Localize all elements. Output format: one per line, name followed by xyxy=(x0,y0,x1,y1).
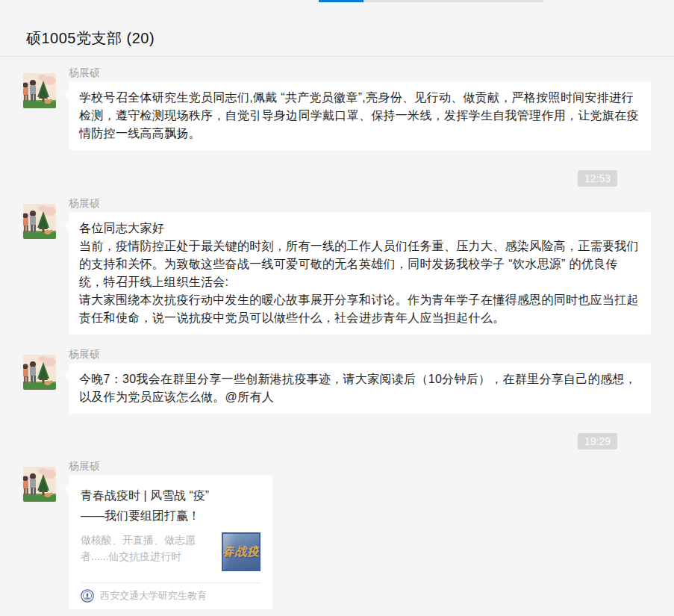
avatar[interactable] xyxy=(23,355,56,390)
avatar-illustration xyxy=(23,467,56,502)
article-thumbnail-text: 春战疫 xyxy=(222,544,260,560)
avatar-illustration xyxy=(23,204,56,239)
sender-name: 杨展硕 xyxy=(69,347,651,361)
chat-header: 硕1005党支部 (20) xyxy=(0,0,674,57)
chat-message: 杨展硕 今晚7：30我会在群里分享一些创新港抗疫事迹，请大家阅读后（10分钟后）… xyxy=(23,347,674,414)
group-title: 硕1005党支部 (20) xyxy=(26,28,674,49)
chat-message: 杨展硕 学校号召全体研究生党员同志们,佩戴 “共产党员徽章”,亮身份、见行动、做… xyxy=(23,66,674,150)
article-description: 做核酸、开直播、做志愿者......仙交抗疫进行时 xyxy=(81,532,209,564)
avatar-illustration xyxy=(23,355,56,390)
article-title: 青春战疫时 | 风雪战 “疫” ——我们要组团打赢！ xyxy=(81,485,260,526)
article-thumbnail: 春战疫 xyxy=(222,532,260,571)
timestamp-badge: 19:29 xyxy=(578,433,617,449)
avatar[interactable] xyxy=(23,204,56,239)
message-bubble: 学校号召全体研究生党员同志们,佩戴 “共产党员徽章”,亮身份、见行动、做贡献，严… xyxy=(69,81,651,150)
chat-message: 杨展硕 青春战疫时 | 风雪战 “疫” ——我们要组团打赢！ 做核酸、开直播、做… xyxy=(23,459,674,609)
chat-area: 杨展硕 学校号召全体研究生党员同志们,佩戴 “共产党员徽章”,亮身份、见行动、做… xyxy=(0,66,674,609)
sender-name: 杨展硕 xyxy=(69,196,651,210)
message-bubble: 各位同志大家好 当前，疫情防控正处于最关键的时刻，所有一线的工作人员们任务重、压… xyxy=(69,212,651,335)
avatar[interactable] xyxy=(23,73,56,108)
sender-name: 杨展硕 xyxy=(69,459,272,473)
sender-name: 杨展硕 xyxy=(69,66,651,79)
article-source: 西安交通大学研究生教育 xyxy=(100,589,207,603)
article-card[interactable]: 青春战疫时 | 风雪战 “疫” ——我们要组团打赢！ 做核酸、开直播、做志愿者.… xyxy=(69,475,272,609)
chat-message: 杨展硕 各位同志大家好 当前，疫情防控正处于最关键的时刻，所有一线的工作人员们任… xyxy=(23,196,674,335)
university-logo-icon xyxy=(81,589,94,603)
avatar-illustration xyxy=(23,73,56,108)
avatar[interactable] xyxy=(23,467,56,502)
message-bubble: 今晚7：30我会在群里分享一些创新港抗疫事迹，请大家阅读后（10分钟后），在群里… xyxy=(69,363,651,414)
timestamp-badge: 12:53 xyxy=(578,170,617,187)
top-scroll-indicator xyxy=(319,0,363,2)
